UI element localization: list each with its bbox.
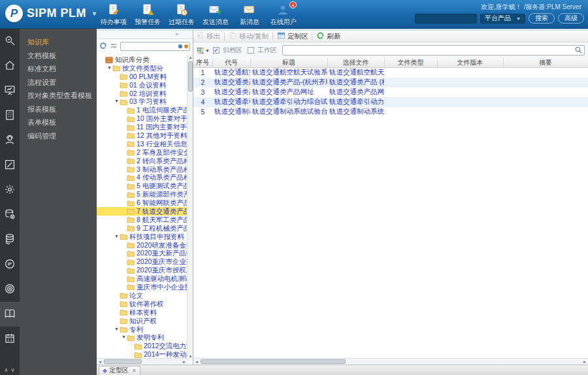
results-horizontal-scrollbar[interactable]: ◄ ► [193, 358, 588, 365]
archive-area-checkbox[interactable]: ✔ [213, 47, 220, 54]
tree-node[interactable]: 重庆市中小企业技术研发申报 [97, 283, 188, 291]
menu-item[interactable]: 流程设置 [20, 76, 97, 90]
tree-node[interactable]: 6 智能网联类产品相关资料 [97, 199, 188, 207]
tree-node[interactable]: 5 电驱测试类产品相关资料 [97, 182, 188, 190]
column-header[interactable]: 摘要 [503, 58, 588, 68]
tree-node[interactable]: 2 转向系类产品相关资料 [97, 157, 188, 165]
column-header[interactable]: 序号 [193, 58, 212, 68]
rail-item-discussion[interactable] [0, 252, 20, 277]
tree-vertical-scrollbar[interactable]: ▲ ▼ [187, 55, 193, 360]
quick-action-online-users[interactable]: 在线用户4 [267, 1, 301, 27]
tree-root-node[interactable]: 知识库分类 [97, 56, 188, 64]
tree-expand-caret-icon[interactable]: ▼ [121, 333, 127, 342]
cell-file[interactable]: 轨道交通牵引动力综合试验... [327, 97, 384, 107]
search-button[interactable]: 搜索 [529, 13, 555, 24]
rail-item-presentation[interactable] [0, 78, 20, 103]
results-search-input[interactable] [282, 45, 585, 56]
cell-title[interactable]: 轨道交通牵引动力综合试验... [250, 97, 327, 107]
tree-node[interactable]: 01 会议资料 [97, 81, 188, 90]
table-row[interactable]: 4轨道交通牵引动力综...轨道交通牵引动力综合试验...轨道交通牵引动力综合试验… [193, 97, 588, 107]
column-header[interactable]: 代号 [212, 58, 250, 68]
menu-item[interactable]: 标准文档 [20, 62, 97, 76]
tree-node[interactable]: 10 国外主要对手资料 [97, 114, 188, 123]
tree-node[interactable]: 12 其他对手资料 [97, 131, 188, 140]
tree-node[interactable]: 高速驱动电机测试装备开发专项 [97, 274, 188, 283]
tree-node[interactable]: ▼发明专利 [97, 333, 188, 342]
table-row[interactable]: 1轨道交通航空航天试...轨道交通航空航天试验系统 ...轨道交通航空航天试验系… [193, 68, 588, 78]
app-logo[interactable]: P SIPM PLM ▼ [5, 5, 97, 22]
tree-node[interactable]: ▼专利 [97, 325, 188, 334]
cell-file[interactable]: 轨道交通制动系统试验台简... [327, 107, 384, 117]
tree-expand-caret-icon[interactable]: ▼ [114, 97, 120, 106]
menu-item[interactable]: 表单模板 [20, 116, 97, 129]
tree-node[interactable]: 2020重大新产品申报书 [97, 249, 188, 257]
quick-action-warning-tasks[interactable]: 预警任务 [131, 1, 165, 27]
column-header[interactable]: 文件版本 [437, 58, 503, 68]
tree-node[interactable]: 1 电流伺服类产品相关资料 [97, 106, 188, 114]
tree-refresh-icon[interactable] [99, 42, 107, 51]
tree-settings-icon[interactable] [110, 42, 118, 51]
toolbar-refresh-button[interactable]: 刷新 [316, 31, 340, 41]
menu-item[interactable]: 编码管理 [20, 129, 97, 143]
quick-action-new-message[interactable]: 新消息 [233, 1, 267, 27]
work-area-checkbox[interactable] [248, 47, 254, 54]
rail-item-target[interactable] [0, 277, 20, 302]
cell-file[interactable]: 轨道交通类产品 (杭州齐顺... [327, 78, 384, 88]
cell-title[interactable]: 轨道交通类产品网址 [250, 88, 327, 97]
tree-node[interactable]: 2020研发准备金奖励 [97, 241, 188, 250]
tree-node[interactable]: 4 传动系类产品相关资料 [97, 173, 188, 182]
advanced-search-button[interactable]: 高级 [558, 13, 584, 24]
rail-item-knowledge-book[interactable] [0, 302, 20, 327]
cell-file[interactable]: 轨道交通类产品网址.txt [327, 88, 384, 97]
menu-item[interactable]: 报表模板 [20, 103, 97, 116]
tree-node[interactable]: 8 航天军工类产品相关资料 [97, 216, 188, 224]
cell-title[interactable]: 轨道交通航空航天试验系统 ... [250, 68, 327, 78]
rail-item-organization[interactable] [0, 103, 20, 128]
table-row[interactable]: 2轨道交通类产品-(杭...轨道交通类产品-(杭州齐顺...轨道交通类产品 (杭… [193, 78, 588, 88]
tree-node[interactable]: 2020重庆市授权发明专利资助 [97, 266, 188, 274]
header-search-input[interactable] [415, 14, 477, 24]
tree-node[interactable]: 知识产权 [97, 317, 188, 325]
quick-action-overdue-tasks[interactable]: 过期任务 [165, 1, 199, 27]
cell-index[interactable]: 1 [193, 68, 212, 78]
tree-node[interactable]: 样本资料 [97, 308, 188, 317]
rail-scroll-chevrons[interactable]: ∧ ∨ [0, 367, 20, 373]
tree-node[interactable]: ▼03 学习资料 [97, 97, 188, 106]
tree-horizontal-scrollbar[interactable]: ◄ ► [97, 358, 188, 365]
tree-node[interactable]: 5 新能源部件类产品相关资料 [97, 190, 188, 199]
cell-code[interactable]: 轨道交通类产品网址 [212, 88, 250, 97]
quick-action-send-message[interactable]: 发送消息 [199, 1, 233, 27]
cell-code[interactable]: 轨道交通航空航天试... [212, 68, 250, 78]
cell-index[interactable]: 3 [193, 88, 212, 97]
tree-search-go-icon[interactable] [178, 44, 182, 48]
rail-item-edit[interactable] [0, 153, 20, 178]
tree-node[interactable]: 2012交流电力测功机遥控 [97, 342, 188, 350]
cell-title[interactable]: 轨道交通类产品-(杭州齐顺... [250, 78, 327, 88]
toolbar-custom-area-button[interactable]: 定制区 [277, 31, 308, 41]
rail-item-support-agent[interactable] [0, 128, 20, 153]
tree-node[interactable]: ▼科技项目申报资料 [97, 233, 188, 241]
tree-node[interactable]: 2020重庆市企业技术中心 [97, 257, 188, 266]
rail-item-database[interactable] [0, 227, 20, 252]
tree-node[interactable]: 00 PLM资料 [97, 73, 188, 81]
tree-expand-caret-icon[interactable]: ▼ [114, 325, 120, 334]
search-scope-dropdown[interactable]: 平台产品 ▼ [480, 14, 525, 24]
menu-item[interactable]: 知识库 [20, 35, 97, 49]
tree-node[interactable]: 3 制动系类产品相关资料 [97, 165, 188, 174]
tree-expand-caret-icon[interactable]: ▼ [114, 233, 120, 241]
tree-node[interactable]: 13 行业相关信息资料 [97, 140, 188, 148]
tree-node[interactable]: 论文 [97, 291, 188, 300]
tree-node-selected[interactable]: 7 轨道交通类产品相关资料 [97, 207, 188, 216]
cell-code[interactable]: 轨道交通牵引动力综... [212, 97, 250, 107]
cell-index[interactable]: 5 [193, 107, 212, 117]
tree-node[interactable]: 软件著作权 [97, 300, 188, 308]
column-header[interactable]: 标题 [250, 58, 327, 68]
rail-item-burst[interactable] [0, 178, 20, 203]
rail-item-home[interactable] [0, 54, 20, 78]
tree-node[interactable]: 9 工程机械类产品相关资料 [97, 224, 188, 233]
tree-expand-caret-icon[interactable]: ▼ [106, 64, 112, 73]
column-header[interactable]: 文件类型 [384, 58, 437, 68]
rail-item-calendar[interactable] [0, 327, 20, 351]
column-config-button[interactable]: ▼ [197, 47, 210, 54]
cell-file[interactable]: 轨道交通航空航天试验系统-... [327, 68, 384, 78]
